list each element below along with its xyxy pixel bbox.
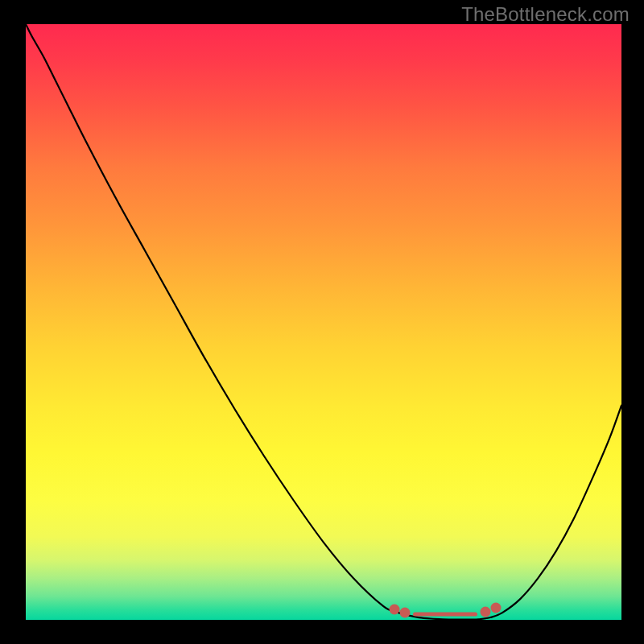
highlight-dash [413,613,477,617]
chart-frame: TheBottleneck.com [0,0,644,644]
plot-area [26,24,621,620]
highlight-bead [390,605,400,615]
watermark-text: TheBottleneck.com [461,3,630,26]
highlight-bead [490,603,501,613]
bottleneck-curve [26,24,621,620]
highlight-bead [399,608,410,618]
highlight-bead [481,607,491,617]
